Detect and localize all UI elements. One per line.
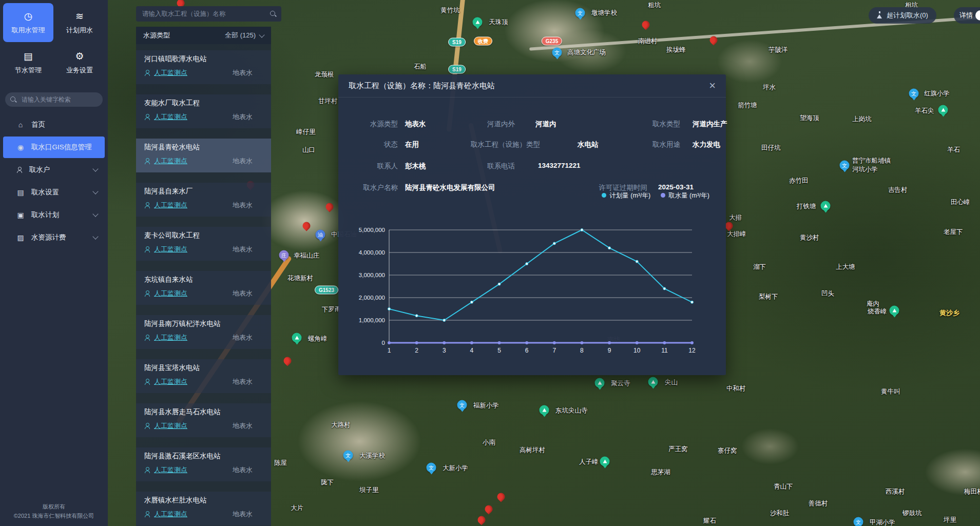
tile-planned-water[interactable]: ≋ 计划用水 [54,3,105,42]
chevron-down-icon [259,32,264,37]
sidebar-item-home[interactable]: ⌂ 首页 [3,114,105,135]
monitor-type-link[interactable]: 人工监测点 [154,333,187,342]
sidebar-item-intake-plan[interactable]: ▣ 取水计划 [3,204,105,226]
close-icon[interactable]: × [709,80,716,91]
tile-water-intake-mgmt[interactable]: ◷ 取用水管理 [3,3,53,42]
over-plan-intake-button[interactable]: 超计划取水(0) [869,7,936,24]
mountain-pin-icon[interactable] [890,306,899,316]
list-item[interactable]: 陆河县宝塔水电站人工监测点地表水 [136,359,271,393]
water-source-type: 地表水 [233,377,264,386]
filter-dropdown[interactable]: 全部 (125) [225,31,264,40]
list-item[interactable]: 陆河县青砼水电站人工监测点地表水 [136,139,271,172]
monitor-type-link[interactable]: 人工监测点 [154,465,187,475]
person-icon [144,423,150,429]
map-place-label: 花塘新村 [287,274,313,283]
resort-pin-icon[interactable]: 庄 [279,250,289,260]
field-label: 取水户名称 [338,183,398,192]
sidebar-item-water-billing[interactable]: ▨ 水资源计费 [3,227,105,248]
red-pin-icon[interactable] [640,19,651,30]
list-item[interactable]: 陆河县水唇走马石水电站人工监测点地表水 [136,403,271,437]
list-item[interactable]: 麦卡公司取水工程人工监测点地表水 [136,227,271,261]
monitor-type-link[interactable]: 人工监测点 [154,245,187,254]
station-search-box[interactable] [136,6,281,22]
tile-water-saving[interactable]: ▤ 节水管理 [3,43,53,82]
monitor-type-link[interactable]: 人工监测点 [154,157,187,166]
temple-pin-icon[interactable] [540,405,549,415]
school-pin-icon[interactable]: 文 [840,161,850,170]
person-icon [144,290,150,297]
toggle-knob[interactable] [975,10,980,21]
search-icon[interactable] [270,11,276,17]
monitor-type-link[interactable]: 人工监测点 [154,68,187,77]
legend-item[interactable]: 计划量 (m³/年) [602,191,650,200]
svg-text:12: 12 [688,347,696,354]
list-item[interactable]: 陆河县自来水厂人工监测点地表水 [136,183,271,217]
mountain-pin-icon[interactable] [292,333,302,343]
mountain-pin-icon[interactable] [648,377,658,387]
tile-business-settings[interactable]: ⚙ 业务设置 [54,43,105,82]
gear-icon: ⚙ [75,50,84,62]
map-place-label: 东坑尖山寺 [555,406,588,415]
source-type-filter: 水源类型 全部 (125) [136,27,271,44]
list-item[interactable]: 东坑镇自来水站人工监测点地表水 [136,271,271,305]
list-item[interactable]: 河口镇唱歌潭水电站人工监测点地表水 [136,50,271,84]
water-source-type: 地表水 [233,421,264,431]
list-item[interactable]: 陆河县激石溪老区水电站人工监测点地表水 [136,447,271,481]
detail-toggle[interactable]: 详情 [954,7,980,24]
school-pin-icon[interactable]: 文 [575,8,585,18]
station-name: 陆河县激石溪老区水电站 [144,452,264,461]
sidebar-item-gis-info[interactable]: ◉ 取水口GIS信息管理 [3,137,105,158]
map-place-label: 田仔坑 [761,144,781,152]
map-place-label: 打铁塘 [797,202,816,211]
legend-item[interactable]: 取水量 (m³/年) [661,191,709,200]
map-place-label: 墩塘学校 [591,9,617,17]
map-place-label: 思茅湖 [651,468,670,477]
field-value: 水力发电 [693,140,720,149]
list-item[interactable]: 友能水厂取水工程人工监测点地表水 [136,94,271,128]
sidebar-search-input[interactable] [21,95,100,104]
monitor-type-link[interactable]: 人工监测点 [154,112,187,122]
red-pin-icon[interactable] [483,503,494,514]
monitor-type-link[interactable]: 人工监测点 [154,201,187,210]
svg-text:2: 2 [415,347,418,354]
red-pin-icon[interactable] [495,491,506,502]
field-value: 地表水 [405,120,426,129]
monitor-type-link[interactable]: 人工监测点 [154,377,187,386]
school-pin-icon[interactable]: 文 [343,451,353,460]
station-search-input[interactable] [141,10,266,18]
school-pin-icon[interactable]: 文 [427,463,436,473]
school-pin-icon[interactable]: 文 [552,48,562,57]
monitor-type-link[interactable]: 人工监测点 [154,421,187,431]
mountain-pin-icon[interactable] [473,17,483,27]
temple-pin-icon[interactable] [595,378,605,388]
map-place-label: 天珠顶 [489,18,508,27]
mountain-pin-icon[interactable] [938,105,948,115]
map-place-label: 螺角嶂 [308,335,328,343]
gas-pin-icon[interactable]: 油 [316,230,325,240]
modal-title: 取水工程（设施）名称：陆河县青砼水电站 [349,81,495,91]
filter-value: 全部 (125) [225,31,256,40]
monitor-type-link[interactable]: 人工监测点 [154,510,187,519]
list-item[interactable]: 陆河县南万镇杞洋水电站人工监测点地表水 [136,315,271,349]
red-pin-icon[interactable] [476,514,487,525]
station-list: 河口镇唱歌潭水电站人工监测点地表水友能水厂取水工程人工监测点地表水陆河县青砼水电… [136,44,271,525]
monitor-type-link[interactable]: 人工监测点 [154,289,187,298]
school-pin-icon[interactable]: 文 [909,89,919,99]
mountain-pin-icon[interactable] [821,201,831,211]
sidebar-item-water-users[interactable]: 取水户 [3,159,105,181]
school-pin-icon[interactable]: 文 [457,400,467,410]
red-pin-icon[interactable] [324,201,335,212]
sidebar-search[interactable] [5,92,103,107]
field-value: 彭木桃 [405,162,426,171]
sidebar-item-intake-settings[interactable]: ▤ 取水设置 [3,182,105,203]
map-place-label: 黄沙村 [800,233,819,242]
svg-text:1,000,000: 1,000,000 [359,317,385,323]
svg-text:3,000,000: 3,000,000 [359,272,385,278]
svg-text:7: 7 [552,347,556,354]
list-item[interactable]: 水唇镇水栏肚水电站人工监测点地表水 [136,492,271,525]
red-pin-icon[interactable] [282,355,293,366]
mountain-pin-icon[interactable] [600,457,610,466]
school-pin-icon[interactable]: 文 [854,517,863,526]
red-pin-icon[interactable] [301,220,312,231]
field-label: 水源类型 [338,120,398,129]
